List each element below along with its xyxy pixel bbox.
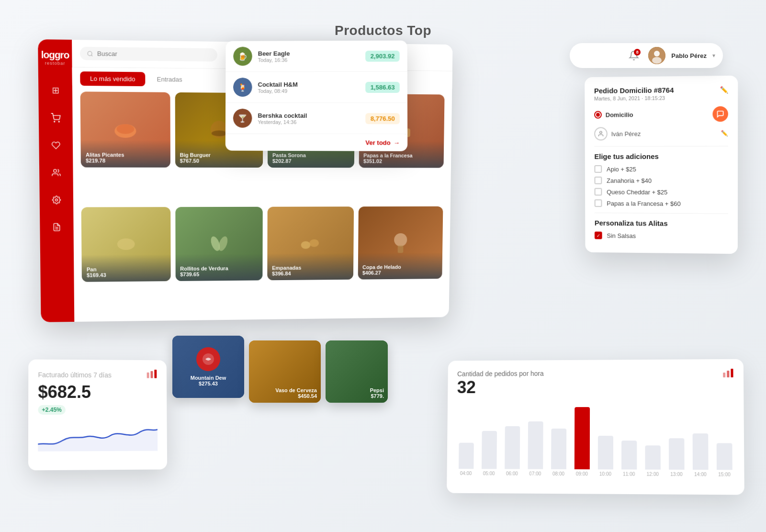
logo-text: loggro	[41, 49, 69, 61]
dropdown-amount-beer: 2,903.92	[366, 50, 400, 61]
mountain-dew-price: $275.43	[199, 381, 218, 386]
bar-item: 09:00	[572, 407, 592, 476]
billing-chart-icon	[147, 370, 158, 381]
product-card-mountain-dew[interactable]: Mountain Dew $275.43	[172, 336, 244, 398]
addon-label-papas: Papas a la Francesa + $60	[607, 200, 681, 207]
svg-rect-32	[151, 371, 153, 378]
sidebar-item-reports[interactable]	[50, 220, 64, 234]
sidebar-item-cart[interactable]	[49, 111, 63, 125]
addon-queso[interactable]: Queso Cheddar + $25	[595, 188, 728, 196]
sidebar-item-dashboard[interactable]: ⊞	[48, 83, 62, 97]
addon-papas[interactable]: Papas a la Francesa + $60	[595, 199, 728, 207]
checkbox-papas[interactable]	[595, 199, 602, 207]
checkbox-sin-salsas[interactable]: ✓	[595, 232, 602, 239]
bar-item: 10:00	[596, 436, 615, 476]
svg-rect-33	[154, 370, 157, 378]
page-wrapper: Productos Top 8 Pablo Pérez ▾ loggro	[0, 0, 766, 532]
tab-entradas[interactable]: Entradas	[147, 72, 192, 87]
product-card-rollitos[interactable]: Rollitos de Verdura $739.65	[175, 206, 263, 281]
billing-amount: $682.5	[38, 382, 157, 403]
edit-icon[interactable]: ✏️	[720, 86, 728, 93]
dropdown-amount-cocktail: 1,586.63	[366, 81, 400, 92]
pepsi-price: $779.	[371, 393, 384, 399]
dropdown-panel: 🍺 Beer Eagle Today, 16:36 2,903.92 🍹 Coc…	[225, 41, 407, 151]
divider-1	[594, 146, 728, 147]
product-card-empanadas[interactable]: Empanadas $396.84	[267, 206, 353, 280]
product-card-alitas[interactable]: Alitas Picantes $219.78	[80, 91, 170, 168]
tab-most-sold[interactable]: Lo más vendido	[80, 71, 145, 86]
bar-item: 07:00	[525, 421, 545, 476]
product-name-papas: Papas a la Francesa	[363, 153, 439, 158]
bar-item: 06:00	[502, 426, 522, 476]
dropdown-item-cocktail[interactable]: 🍹 Cocktail H&M Today, 08:49 1,586.63	[225, 72, 407, 103]
cocktail-avatar: 🍹	[233, 78, 252, 97]
checkbox-apio[interactable]	[594, 165, 602, 173]
product-price-helado: $406.27	[362, 269, 438, 275]
svg-point-2	[652, 57, 662, 64]
product-card-helado[interactable]: Copa de Helado $406.27	[358, 206, 443, 279]
dropdown-item-bershka[interactable]: 🍸 Bershka cocktail Yesterday, 14:36 8,77…	[225, 103, 407, 135]
radio-domicilio[interactable]	[594, 111, 602, 119]
chevron-down-icon[interactable]: ▾	[712, 52, 715, 59]
cerveza-name: Vaso de Cerveza	[275, 387, 317, 393]
svg-point-5	[54, 170, 56, 172]
product-card-cerveza[interactable]: Vaso de Cerveza $450.54	[249, 340, 321, 403]
bershka-avatar: 🍸	[233, 109, 252, 128]
addon-label-apio: Apio + $25	[607, 165, 636, 172]
order-type-row: Domicilio	[594, 106, 728, 123]
svg-point-21	[310, 239, 319, 247]
logo-sub: restobar	[45, 61, 66, 66]
addons-title: Elige tus adiciones	[594, 152, 728, 160]
checkbox-queso[interactable]	[595, 188, 602, 196]
order-date: Martes, 8 Jun, 2021 · 18:15:23	[594, 95, 728, 102]
orange-action-btn[interactable]	[712, 106, 728, 122]
svg-point-3	[54, 121, 55, 122]
billing-label: Facturado últimos 7 días	[38, 371, 111, 379]
product-name-pasta: Pasta Sorona	[272, 152, 349, 158]
product-price-empanadas: $396.84	[272, 270, 349, 276]
sidebar-item-favorites[interactable]	[49, 138, 63, 152]
bar-item: 05:00	[479, 431, 499, 476]
search-box[interactable]	[80, 47, 217, 62]
bar-item: 14:00	[690, 433, 710, 477]
sidebar-item-settings[interactable]	[49, 193, 63, 206]
orders-chart-icon	[723, 369, 734, 379]
ver-todo-link[interactable]: Ver todo →	[225, 134, 407, 151]
product-price-pasta: $202.87	[272, 158, 349, 164]
product-card-pepsi[interactable]: Pepsi $779.	[326, 340, 388, 403]
svg-rect-37	[731, 369, 733, 377]
edit-user-icon[interactable]: ✏️	[721, 130, 728, 136]
bar-item: 12:00	[642, 445, 663, 477]
svg-text:🍸: 🍸	[238, 114, 248, 123]
addon-label-zanahoria: Zanahoria + $40	[607, 177, 652, 184]
line-chart	[38, 422, 158, 452]
orders-chart-title: Cantidad de pedidos por hora	[457, 370, 544, 378]
product-name: Alitas Picantes	[86, 152, 165, 158]
checkbox-zanahoria[interactable]	[595, 177, 602, 184]
svg-point-4	[58, 121, 59, 122]
user-name: Pablo Pérez	[671, 52, 707, 59]
header-bar: 8 Pablo Pérez ▾	[570, 43, 723, 68]
svg-point-6	[56, 199, 58, 201]
addon-sin-salsas[interactable]: ✓ Sin Salsas	[595, 232, 728, 240]
bar-item: 04:00	[456, 443, 476, 476]
divider-2	[595, 213, 728, 214]
order-panel: Pedido Domicilio #8764 ✏️ Martes, 8 Jun,…	[585, 76, 738, 254]
svg-rect-23	[397, 245, 403, 253]
svg-rect-36	[727, 371, 729, 377]
search-input[interactable]	[97, 50, 211, 58]
addon-apio[interactable]: Apio + $25	[594, 165, 728, 173]
sidebar-item-orders[interactable]	[49, 166, 63, 180]
notification-badge[interactable]: 8	[625, 47, 642, 64]
product-card-pan[interactable]: Pan $169.43	[81, 207, 171, 282]
svg-text:🍹: 🍹	[238, 83, 248, 92]
user-row: Iván Pérez ✏️	[594, 126, 728, 140]
svg-point-17	[117, 238, 135, 250]
dropdown-item-beer[interactable]: 🍺 Beer Eagle Today, 16:36 2,903.92	[225, 41, 407, 72]
beer-eagle-avatar: 🍺	[233, 47, 252, 66]
addon-zanahoria[interactable]: Zanahoria + $40	[595, 177, 728, 185]
pepsi-name: Pepsi	[370, 387, 384, 393]
svg-line-10	[91, 55, 92, 56]
product-price: $219.78	[86, 158, 165, 163]
dropdown-info-beer: Beer Eagle Today, 16:36	[258, 49, 360, 62]
